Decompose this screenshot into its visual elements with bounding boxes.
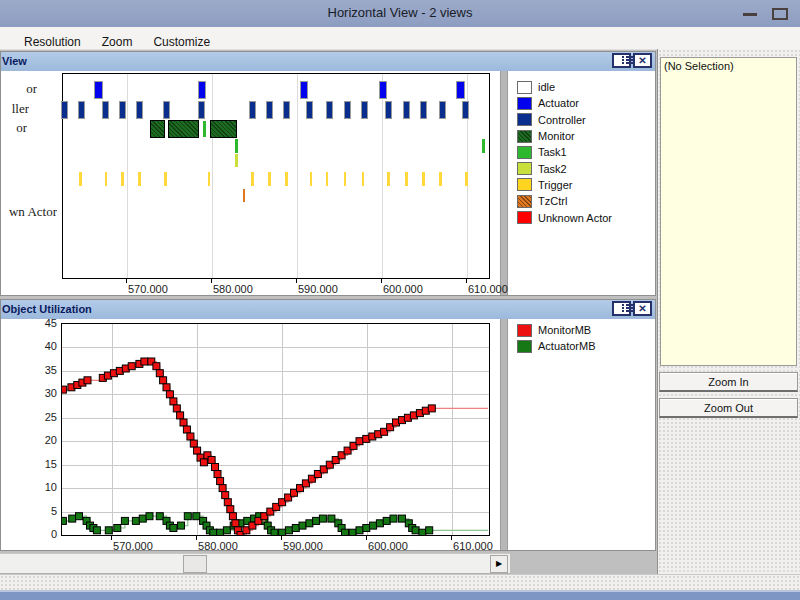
controller-bar[interactable] [283, 101, 290, 119]
ActuatorMB-marker [271, 529, 278, 535]
trigger-event-tick[interactable] [268, 172, 271, 186]
row-label-unknown-actor: wn Actor [1, 204, 57, 220]
controller-bar[interactable] [439, 101, 446, 119]
legend-splitter[interactable] [500, 71, 508, 295]
maximize-button[interactable] [772, 8, 788, 20]
MonitorMB-marker [222, 492, 229, 499]
trigger-event-tick[interactable] [105, 172, 108, 186]
utilization-panel-header[interactable]: Object Utilization ✕ [1, 300, 655, 320]
legend-label: MonitorMB [538, 324, 591, 336]
ActuatorMB-marker [328, 515, 335, 522]
close-view-button[interactable]: ✕ [633, 53, 652, 68]
controller-bar[interactable] [326, 101, 333, 119]
ActuatorMB-marker [285, 527, 292, 534]
ActuatorMB-marker [383, 517, 390, 524]
trigger-event-tick[interactable] [251, 172, 254, 186]
tzctrl-event-tick[interactable] [243, 189, 246, 202]
trigger-event-tick[interactable] [362, 172, 365, 186]
trigger-event-tick[interactable] [285, 172, 288, 186]
menu-item-zoom[interactable]: Zoom [93, 31, 142, 49]
controller-bar[interactable] [403, 101, 410, 119]
legend-swatch [517, 146, 532, 159]
ActuatorMB-marker [299, 522, 306, 529]
actuator-bar[interactable] [94, 81, 103, 99]
ActuatorMB-marker [313, 517, 320, 524]
actuator-bar[interactable] [456, 81, 465, 99]
window-bottom-edge [0, 590, 800, 600]
controller-bar[interactable] [249, 101, 256, 119]
controller-bar[interactable] [102, 101, 109, 119]
properties-button[interactable] [612, 53, 631, 68]
actuator-bar[interactable] [300, 81, 309, 99]
controller-bar[interactable] [198, 101, 205, 119]
x-gridline [382, 74, 383, 278]
ActuatorMB-marker [146, 513, 153, 520]
ActuatorMB-marker [399, 515, 406, 522]
trigger-event-tick[interactable] [344, 172, 347, 186]
MonitorMB-marker [128, 363, 135, 370]
gantt-plot[interactable] [62, 73, 490, 279]
scrollbar-thumb[interactable] [183, 555, 207, 573]
y-tick-label: 35 [17, 364, 57, 376]
menu-item-customize[interactable]: Customize [144, 31, 219, 49]
trigger-event-tick[interactable] [465, 172, 468, 186]
monitor-bar[interactable] [210, 120, 237, 138]
task2-event-tick[interactable] [235, 154, 238, 167]
trigger-event-tick[interactable] [326, 172, 329, 186]
title-bar[interactable]: Horizontal View - 2 views [0, 0, 800, 28]
trigger-event-tick[interactable] [138, 172, 141, 186]
monitor-bar[interactable] [150, 120, 165, 138]
minimize-button[interactable] [742, 8, 758, 20]
zoom-in-button[interactable]: Zoom In [659, 372, 798, 392]
ActuatorMB-marker [62, 517, 66, 524]
menu-item-resolution[interactable]: Resolution [15, 31, 90, 49]
actuator-bar[interactable] [198, 81, 207, 99]
ActuatorMB-marker [292, 525, 299, 532]
properties-button[interactable] [612, 301, 631, 316]
actuator-bar[interactable] [379, 81, 388, 99]
controller-bar[interactable] [163, 101, 170, 119]
controller-bar[interactable] [136, 101, 143, 119]
ActuatorMB-marker [349, 529, 356, 535]
trigger-event-tick[interactable] [310, 172, 313, 186]
legend-item: MonitorMB [517, 322, 595, 338]
trigger-event-tick[interactable] [405, 172, 408, 186]
legend-item: Controller [517, 112, 612, 128]
task1-event-tick[interactable] [482, 139, 485, 153]
trigger-event-tick[interactable] [79, 172, 82, 186]
task1-event-tick[interactable] [235, 139, 238, 153]
ActuatorMB-marker [426, 527, 433, 534]
close-view-button[interactable]: ✕ [633, 301, 652, 316]
horizontal-scrollbar[interactable]: ▶ [0, 553, 510, 574]
controller-bar[interactable] [344, 101, 351, 119]
trigger-event-tick[interactable] [208, 172, 211, 186]
zoom-out-button[interactable]: Zoom Out [659, 398, 798, 418]
gantt-panel-header[interactable]: View ✕ [1, 52, 655, 72]
controller-bar[interactable] [361, 101, 368, 119]
monitor-bar[interactable] [168, 120, 199, 138]
selection-info-box[interactable]: (No Selection) [660, 57, 797, 366]
ActuatorMB-marker [342, 529, 349, 535]
controller-bar[interactable] [78, 101, 85, 119]
monitor-task1-sliver-bar[interactable] [203, 121, 206, 137]
trigger-event-tick[interactable] [387, 172, 390, 186]
controller-bar[interactable] [385, 101, 392, 119]
trigger-event-tick[interactable] [164, 172, 167, 186]
scrollbar-right-arrow[interactable]: ▶ [490, 555, 508, 573]
legend-item: idle [517, 79, 612, 95]
controller-bar[interactable] [61, 101, 68, 119]
legend-splitter[interactable] [500, 319, 508, 550]
controller-bar[interactable] [462, 101, 469, 119]
x-tick [466, 279, 467, 283]
controller-bar[interactable] [119, 101, 126, 119]
utilization-plot[interactable] [61, 323, 490, 536]
controller-bar[interactable] [266, 101, 273, 119]
trigger-event-tick[interactable] [121, 172, 124, 186]
controller-bar[interactable] [420, 101, 427, 119]
trigger-event-tick[interactable] [439, 172, 442, 186]
controller-bar[interactable] [306, 101, 313, 119]
trigger-event-tick[interactable] [422, 172, 425, 186]
x-tick [381, 279, 382, 283]
gantt-body: idleActuatorControllerMonitorTask1Task2T… [1, 71, 655, 295]
legend-swatch [517, 340, 532, 353]
